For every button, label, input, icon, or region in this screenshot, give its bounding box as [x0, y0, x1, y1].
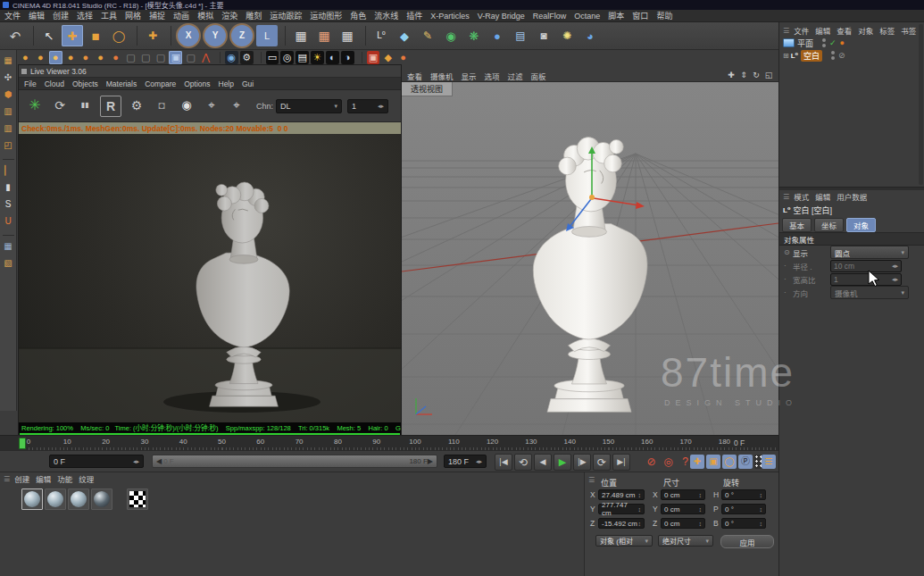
menubar-item[interactable]: 编辑	[29, 10, 45, 21]
daylight-rig-icon[interactable]: ◐	[326, 51, 339, 64]
octane-logo-icon[interactable]: ✳	[25, 96, 45, 115]
material-thumb-2[interactable]	[45, 488, 66, 510]
viewport-filter-icon[interactable]: ▢	[184, 51, 197, 64]
lock-y-axis-icon[interactable]: Y	[203, 23, 228, 48]
radius-field[interactable]: 10 cm ◂▸	[830, 260, 902, 272]
pan-view-icon[interactable]: ✚	[726, 71, 737, 81]
menubar-item[interactable]: 网格	[125, 10, 141, 21]
menubar-item[interactable]: 雕刻	[246, 10, 262, 21]
material-menu-item[interactable]: 功能	[57, 473, 72, 484]
object-manager-scrollbar[interactable]	[919, 24, 923, 185]
panel-grip-icon[interactable]: ☰	[783, 193, 789, 201]
model-mode-icon[interactable]: ●	[34, 51, 47, 64]
sculpt-icon[interactable]: S	[2, 197, 15, 211]
loop-icon[interactable]: ⟲	[514, 454, 532, 471]
viewport-canvas[interactable]: 透视视图	[402, 82, 778, 435]
box-stack-icon[interactable]: ▥	[2, 104, 15, 118]
grid-lock-icon[interactable]: ▦	[2, 239, 15, 253]
restart-render-icon[interactable]: ⟳	[50, 96, 70, 115]
tab-coordinates[interactable]: 坐标	[814, 218, 844, 232]
move-tool-icon[interactable]: ✚	[62, 25, 83, 46]
menubar-item[interactable]: Octane	[574, 12, 600, 21]
tab-object[interactable]: 对象	[846, 218, 876, 232]
visibility-dots[interactable]	[822, 38, 826, 48]
box-open-icon[interactable]: ◰	[2, 138, 15, 152]
octane-camera-icon[interactable]: ▣	[367, 51, 380, 64]
live-viewer-menu-item[interactable]: Gui	[242, 79, 254, 88]
passes-spinner[interactable]: 1 ◂▸	[347, 99, 388, 113]
keyframe-selection-icon[interactable]: ☰	[762, 455, 776, 469]
size-mode-dropdown[interactable]: 绝对尺寸▾	[658, 535, 713, 547]
undo-icon[interactable]: ↶	[4, 25, 26, 46]
menubar-item[interactable]: 渲染	[221, 10, 237, 21]
camera-icon[interactable]: ◙	[533, 25, 554, 46]
last-tool-icon[interactable]: ✚	[142, 25, 163, 46]
viewport-tab[interactable]: 透视视图	[402, 82, 453, 96]
display-dropdown[interactable]: 圆点 ▾	[830, 246, 909, 259]
menubar-item[interactable]: 文件	[4, 10, 21, 21]
render-view-icon[interactable]: ▦	[290, 25, 312, 46]
pinwheel-icon[interactable]: ✣	[2, 71, 15, 84]
box-edit-icon[interactable]: ▥	[2, 121, 15, 135]
menubar-item[interactable]: 流水线	[374, 10, 398, 21]
magnet-snap-icon[interactable]: U	[2, 214, 15, 228]
autokey-icon[interactable]: ◎	[661, 455, 676, 469]
attribute-menu-item[interactable]: 用户数据	[837, 191, 867, 202]
primitive-cube-icon[interactable]: ◆	[394, 25, 415, 46]
octane-ball-icon[interactable]: ◉	[225, 51, 238, 64]
goto-start-icon[interactable]: |◀	[495, 454, 512, 471]
display-tag-icon[interactable]: ⊘	[838, 51, 845, 60]
menubar-item[interactable]: 捕捉	[149, 10, 165, 21]
menubar-item[interactable]: 角色	[350, 10, 366, 21]
visibility-dots[interactable]	[831, 50, 835, 61]
expander-icon[interactable]: ⊞	[783, 52, 789, 60]
menubar-item[interactable]: V-Ray Bridge	[478, 12, 525, 21]
white-balance-picker-icon[interactable]: ⌖	[227, 96, 246, 115]
size-x-field[interactable]: 0 cm↕	[661, 489, 705, 500]
size-z-field[interactable]: 0 cm↕	[661, 518, 705, 529]
live-viewer-menu-item[interactable]: Materials	[106, 79, 137, 88]
menubar-item[interactable]: RealFlow	[533, 12, 567, 21]
object-manager-menu-item[interactable]: 查看	[837, 25, 852, 36]
viewport-menu-item[interactable]: 过滤	[508, 71, 523, 81]
position-y-field[interactable]: 277.747 cm↕	[598, 504, 645, 514]
panel-grip-icon[interactable]: ☰	[783, 27, 789, 35]
viewport-menu-item[interactable]: 查看	[407, 71, 422, 81]
mouse-input-icon[interactable]: ▮	[2, 180, 15, 194]
menubar-item[interactable]: 创建	[53, 10, 69, 21]
scale-tool-icon[interactable]: ◼	[85, 25, 106, 46]
object-properties-section-header[interactable]: 对象属性	[779, 232, 924, 246]
render-active-view-icon[interactable]: ▭	[266, 51, 279, 64]
object-manager-menu-item[interactable]: 标签	[879, 25, 895, 36]
region-render-icon[interactable]: R	[100, 96, 121, 117]
key-position-icon[interactable]: ✚	[690, 455, 704, 469]
ruler-icon[interactable]: ▏	[2, 163, 15, 177]
texture-mode-icon[interactable]: ●	[49, 51, 62, 64]
material-thumb-3[interactable]	[68, 488, 89, 510]
check-tag-icon[interactable]: ✓	[829, 38, 837, 47]
position-x-field[interactable]: 27.489 cm↕	[598, 489, 645, 500]
material-thumb-checker[interactable]	[127, 488, 148, 510]
lock-x-axis-icon[interactable]: X	[176, 23, 201, 48]
menubar-item[interactable]: 脚本	[608, 10, 624, 21]
subdivision-surface-icon[interactable]: ◉	[440, 25, 462, 46]
menubar-item[interactable]: 动画	[173, 10, 189, 21]
object-row-null[interactable]: ⊞ L⁰ 空白 ⊘	[779, 49, 924, 62]
lock-z-axis-icon[interactable]: Z	[229, 23, 254, 48]
object-row-plane[interactable]: 平面 ✓ ●	[779, 37, 924, 49]
render-picture-viewer-icon[interactable]: ▦	[313, 25, 335, 46]
attribute-menu-item[interactable]: 编辑	[815, 191, 830, 202]
viewport-menu-item[interactable]: 摄像机	[430, 71, 454, 81]
rotate-tool-icon[interactable]: ◯	[108, 25, 129, 46]
panel-grip-icon[interactable]: ☰	[4, 475, 10, 483]
snap-icon[interactable]: ▣	[169, 51, 182, 64]
next-key-icon[interactable]: |▶	[573, 454, 591, 471]
menubar-item[interactable]: 选择	[77, 10, 93, 21]
menubar-item[interactable]: 模拟	[197, 10, 213, 21]
mograph-array-icon[interactable]: ▤	[510, 25, 531, 46]
live-viewer-menu-item[interactable]: Compare	[145, 79, 176, 88]
aspect-ratio-field[interactable]: 1 ◂▸	[830, 273, 902, 286]
menubar-item[interactable]: 运动跟踪	[270, 10, 302, 21]
key-rotation-icon[interactable]: ◯	[722, 455, 737, 469]
channel-dropdown[interactable]: DL ▾	[276, 99, 342, 113]
